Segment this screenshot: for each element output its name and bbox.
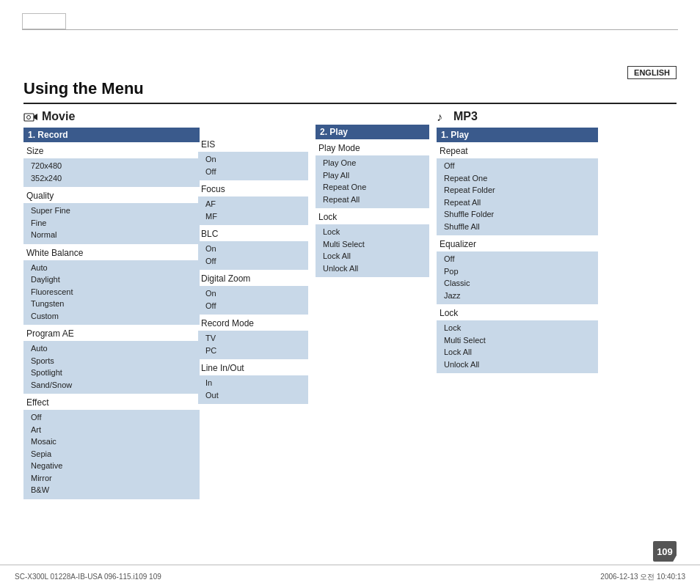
mp3-repeat-label: Repeat (437, 144, 598, 158)
eff-option-5: Mirror (31, 472, 192, 485)
record-bar: 1. Record (23, 128, 200, 142)
quality-option-2: Normal (31, 229, 192, 241)
mp3-play-bar: 1. Play (437, 128, 598, 142)
size-option-0: 720x480 (31, 160, 192, 172)
record-mode-label: Record Mode (198, 317, 308, 330)
line-in-out-label: Line In/Out (198, 361, 308, 375)
pae-option-1: Sports (31, 355, 192, 367)
size-label: Size (23, 144, 200, 158)
rep-option-2: Repeat Folder (444, 184, 591, 196)
ml-option-0: Lock (444, 322, 591, 334)
blc-options: On Off (198, 241, 308, 270)
lio-option-1: Out (205, 389, 301, 402)
movie-title: Movie (42, 110, 75, 123)
eff-option-2: Mosaic (31, 436, 192, 448)
page-number-badge: 109 (653, 541, 677, 562)
ml-option-1: Multi Select (444, 334, 591, 347)
pae-option-3: Sand/Snow (31, 379, 192, 392)
eis-option-0: On (205, 153, 301, 166)
play-mode-options: Play One Play All Repeat One Repeat All (316, 155, 429, 208)
svg-marker-1 (34, 114, 37, 120)
pm-option-0: Play One (323, 157, 422, 169)
svg-point-2 (27, 115, 31, 119)
blc-option-0: On (205, 243, 301, 255)
wb-option-0: Auto (31, 262, 192, 274)
top-border-line (22, 29, 678, 30)
page-title: Using the Menu (23, 79, 144, 98)
dz-option-0: On (205, 287, 301, 300)
blc-label: BLC (198, 227, 308, 240)
size-options: 720x480 352x240 (23, 158, 200, 187)
pl-option-0: Lock (323, 226, 422, 238)
title-underline (23, 103, 677, 104)
eis-options: On Off (198, 152, 308, 180)
record-mode-options: TV PC (198, 331, 308, 359)
pm-option-1: Play All (323, 169, 422, 182)
rep-option-4: Shuffle Folder (444, 208, 591, 221)
rep-option-0: Off (444, 160, 591, 172)
rep-option-1: Repeat One (444, 172, 591, 185)
camera-icon (23, 111, 38, 122)
play-bar: 2. Play (316, 125, 429, 139)
dz-option-1: Off (205, 300, 301, 312)
lio-option-0: In (205, 377, 301, 389)
eq-option-1: Pop (444, 265, 591, 278)
quality-option-0: Super Fine (31, 205, 192, 217)
footer: SC-X300L 01228A-IB-USA 096-115.i109 109 … (0, 565, 700, 588)
mp3-section: ♪ MP3 1. Play Repeat Off Repeat One Repe… (437, 110, 598, 375)
eis-label: EIS (198, 138, 308, 151)
eq-option-3: Jazz (444, 290, 591, 302)
pm-option-2: Repeat One (323, 181, 422, 194)
wb-option-1: Daylight (31, 273, 192, 286)
white-balance-options: Auto Daylight Fluorescent Tungsten Custo… (23, 260, 200, 326)
size-option-1: 352x240 (31, 172, 192, 185)
top-left-box (22, 13, 66, 29)
rep-option-5: Shuffle All (444, 221, 591, 233)
music-icon: ♪ (437, 111, 450, 122)
movie-section: Movie 1. Record Size 720x480 352x240 Qua… (23, 110, 200, 501)
program-ae-label: Program AE (23, 327, 200, 340)
blc-option-1: Off (205, 255, 301, 268)
wb-option-4: Custom (31, 310, 192, 323)
wb-option-2: Fluorescent (31, 286, 192, 298)
quality-label: Quality (23, 189, 200, 202)
rm-option-1: PC (205, 345, 301, 357)
eff-option-4: Negative (31, 460, 192, 472)
play-lock-label: Lock (316, 210, 429, 224)
eff-option-3: Sepia (31, 448, 192, 460)
focus-option-1: MF (205, 210, 301, 223)
svg-rect-0 (24, 114, 34, 121)
mp3-header: ♪ MP3 (437, 110, 598, 123)
pae-option-2: Spotlight (31, 367, 192, 379)
play-section: 2. Play Play Mode Play One Play All Repe… (316, 110, 429, 279)
page-container: ENGLISH Using the Menu Movie 1. Record S… (0, 0, 700, 588)
effect-options: Off Art Mosaic Sepia Negative Mirror B&W (23, 410, 200, 499)
quality-options: Super Fine Fine Normal (23, 203, 200, 244)
effect-label: Effect (23, 396, 200, 409)
pm-option-3: Repeat All (323, 194, 422, 206)
eis-option-1: Off (205, 166, 301, 178)
pae-option-0: Auto (31, 342, 192, 355)
eff-option-1: Art (31, 424, 192, 436)
pl-option-1: Multi Select (323, 238, 422, 251)
digital-zoom-label: Digital Zoom (198, 272, 308, 285)
eff-option-6: B&W (31, 484, 192, 496)
focus-option-0: AF (205, 198, 301, 210)
svg-text:♪: ♪ (437, 111, 442, 122)
eis-section: EIS On Off Focus AF MF BLC On Off Digita… (198, 136, 308, 406)
focus-label: Focus (198, 183, 308, 196)
pl-option-2: Lock All (323, 250, 422, 262)
mp3-title: MP3 (453, 110, 478, 123)
eff-option-0: Off (31, 411, 192, 424)
footer-left: SC-X300L 01228A-IB-USA 096-115.i109 109 (15, 573, 161, 581)
equalizer-label: Equalizer (437, 238, 598, 251)
wb-option-3: Tungsten (31, 298, 192, 310)
white-balance-label: White Balance (23, 246, 200, 260)
equalizer-options: Off Pop Classic Jazz (437, 251, 598, 304)
language-badge: ENGLISH (627, 66, 677, 79)
pl-option-3: Unlock All (323, 262, 422, 275)
rep-option-3: Repeat All (444, 196, 591, 209)
line-in-out-options: In Out (198, 375, 308, 404)
footer-right: 2006-12-13 오전 10:40:13 (600, 572, 685, 582)
rm-option-0: TV (205, 332, 301, 345)
